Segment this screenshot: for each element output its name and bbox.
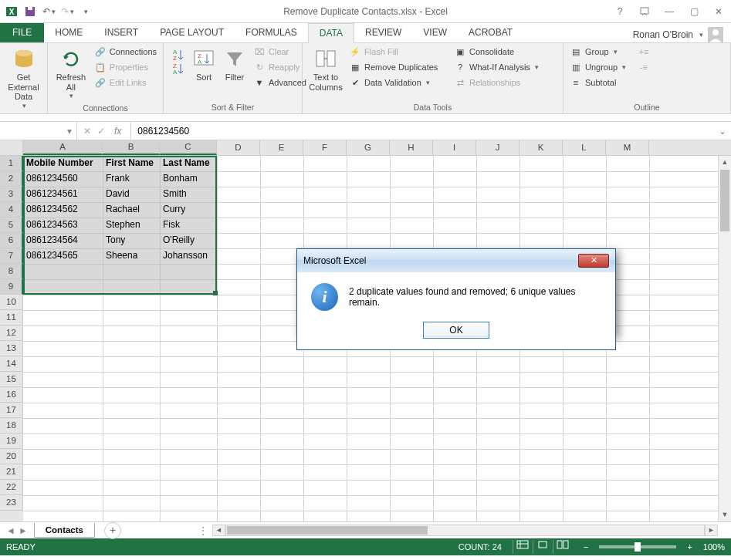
tab-file[interactable]: FILE (0, 22, 44, 42)
row-header[interactable]: 6 (0, 233, 23, 248)
table-cell[interactable]: Stephen (103, 218, 160, 233)
zoom-in-icon[interactable]: + (687, 542, 692, 552)
show-detail-button[interactable]: +≡ (636, 45, 651, 59)
fx-icon[interactable]: fx (111, 126, 124, 137)
row-header[interactable]: 20 (0, 449, 23, 464)
filter-button[interactable]: Filter (221, 45, 249, 84)
table-cell[interactable]: Tony (103, 233, 160, 248)
row-header[interactable]: 11 (0, 310, 23, 326)
vertical-scrollbar[interactable]: ▲ ▼ (718, 156, 731, 521)
row-header[interactable]: 3 (0, 187, 23, 202)
tab-formulas[interactable]: FORMULAS (235, 22, 308, 42)
edit-links-button[interactable]: 🔗Edit Links (93, 76, 158, 89)
table-cell[interactable]: 0861234565 (23, 248, 103, 264)
refresh-all-button[interactable]: Refresh All▾ (52, 45, 90, 102)
column-header[interactable]: E (260, 140, 303, 155)
what-if-button[interactable]: ?What-If Analysis▾ (452, 60, 554, 74)
column-header[interactable]: I (433, 140, 476, 155)
table-cell[interactable]: Curry (160, 202, 217, 218)
dialog-close-button[interactable]: ✕ (578, 254, 609, 268)
sheet-nav-next-icon[interactable]: ► (19, 525, 28, 536)
row-header[interactable]: 4 (0, 202, 23, 218)
column-header[interactable]: D (217, 140, 260, 155)
table-cell[interactable]: Johansson (160, 248, 217, 264)
view-normal-icon[interactable] (513, 540, 533, 554)
row-header[interactable]: 5 (0, 218, 23, 233)
row-header[interactable]: 21 (0, 464, 23, 480)
zoom-slider[interactable] (599, 545, 676, 548)
sort-az-button[interactable]: AZ ZA (168, 45, 187, 80)
select-all-corner[interactable] (0, 140, 23, 155)
table-cell[interactable]: David (103, 187, 160, 202)
row-header[interactable]: 8 (0, 264, 23, 279)
table-header-cell[interactable]: Last Name (160, 156, 217, 171)
formula-input[interactable]: 0861234560 (131, 126, 714, 137)
sheet-nav-prev-icon[interactable]: ◄ (6, 525, 15, 536)
expand-formula-bar-icon[interactable]: ⌄ (714, 126, 731, 137)
add-sheet-button[interactable]: + (104, 522, 121, 539)
table-cell[interactable]: 0861234560 (23, 171, 103, 187)
sort-button[interactable]: ZA Sort (190, 45, 218, 84)
scroll-thumb[interactable] (720, 170, 729, 231)
row-header[interactable]: 12 (0, 326, 23, 341)
maximize-icon[interactable]: ▢ (685, 4, 703, 19)
clear-button[interactable]: ⌧Clear (252, 45, 308, 59)
table-cell[interactable]: 0861234564 (23, 233, 103, 248)
minimize-icon[interactable]: — (660, 4, 679, 19)
table-cell[interactable]: 0861234563 (23, 218, 103, 233)
advanced-button[interactable]: ▼Advanced (252, 76, 308, 89)
ribbon-options-icon[interactable] (635, 4, 654, 19)
row-header[interactable]: 17 (0, 403, 23, 418)
table-cell[interactable]: Bonham (160, 171, 217, 187)
table-cell[interactable]: Smith (160, 187, 217, 202)
column-header[interactable]: F (303, 140, 347, 155)
relationships-button[interactable]: ⇄Relationships (452, 76, 554, 89)
scroll-right-icon[interactable]: ► (705, 525, 718, 536)
scroll-up-icon[interactable]: ▲ (719, 156, 731, 169)
table-cell[interactable]: O'Reilly (160, 233, 217, 248)
qat-customize-icon[interactable]: ▾ (77, 3, 94, 20)
row-header[interactable]: 13 (0, 341, 23, 356)
reapply-button[interactable]: ↻Reapply (252, 60, 308, 74)
cancel-formula-icon[interactable]: ✕ (83, 126, 91, 137)
remove-duplicates-button[interactable]: ▦Remove Duplicates (347, 60, 449, 74)
connections-button[interactable]: 🔗Connections (93, 45, 158, 59)
horizontal-scrollbar[interactable]: ⋮ ◄ ► (198, 525, 718, 536)
tab-acrobat[interactable]: ACROBAT (458, 22, 523, 42)
row-header[interactable]: 18 (0, 418, 23, 433)
hscroll-thumb[interactable] (227, 526, 428, 535)
tab-home[interactable]: HOME (44, 22, 93, 42)
dialog-ok-button[interactable]: OK (423, 322, 489, 339)
table-cell[interactable]: 0861234561 (23, 187, 103, 202)
row-header[interactable]: 15 (0, 372, 23, 387)
enter-formula-icon[interactable]: ✓ (97, 126, 105, 137)
row-header[interactable]: 7 (0, 248, 23, 264)
table-cell[interactable]: Sheena (103, 248, 160, 264)
view-page-break-icon[interactable] (553, 540, 573, 554)
tab-data[interactable]: DATA (308, 23, 354, 43)
row-header[interactable]: 2 (0, 171, 23, 187)
table-header-cell[interactable]: Mobile Number (23, 156, 103, 171)
column-header[interactable]: L (563, 140, 606, 155)
hide-detail-button[interactable]: -≡ (636, 60, 651, 74)
fill-handle[interactable] (213, 291, 218, 295)
column-header[interactable]: A (23, 140, 103, 155)
row-header[interactable]: 1 (0, 156, 23, 171)
column-header[interactable]: B (103, 140, 160, 155)
subtotal-button[interactable]: ≡Subtotal (568, 76, 633, 89)
column-header[interactable]: K (519, 140, 563, 155)
name-box[interactable]: ▾ (0, 122, 77, 140)
column-header[interactable]: H (390, 140, 433, 155)
excel-icon[interactable]: X (3, 3, 20, 20)
row-header[interactable]: 23 (0, 495, 23, 511)
row-header[interactable]: 22 (0, 480, 23, 495)
group-button[interactable]: ▤Group▾ (568, 45, 633, 59)
properties-button[interactable]: 📋Properties (93, 60, 158, 74)
get-external-data-button[interactable]: Get External Data▾ (5, 45, 42, 111)
table-header-cell[interactable]: First Name (103, 156, 160, 171)
dialog-titlebar[interactable]: Microsoft Excel ✕ (297, 249, 615, 272)
row-header[interactable]: 10 (0, 295, 23, 310)
sheet-tab-contacts[interactable]: Contacts (34, 523, 95, 538)
undo-icon[interactable]: ↶▾ (40, 3, 57, 20)
tab-insert[interactable]: INSERT (93, 22, 149, 42)
